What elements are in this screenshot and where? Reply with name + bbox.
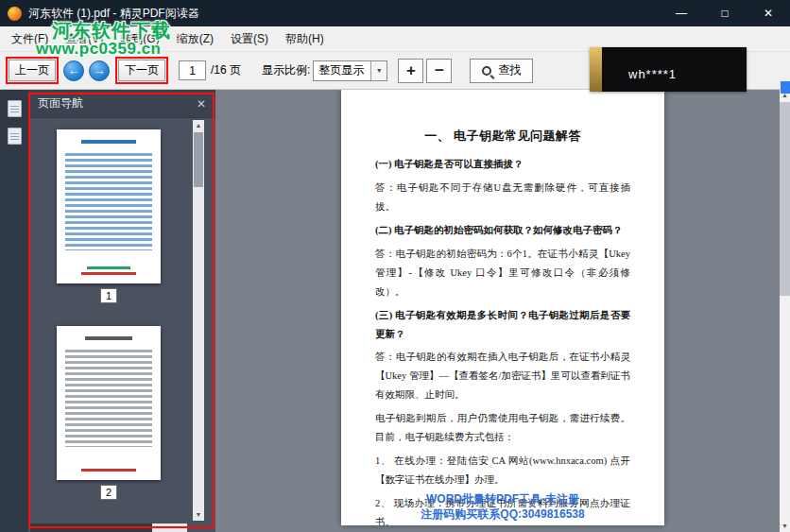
viewer-scroll-down-icon[interactable]: ▼: [780, 521, 790, 532]
scroll-down-icon[interactable]: ▼: [193, 509, 204, 521]
zoom-in-button[interactable]: +: [398, 59, 423, 83]
page-total-label: /16 页: [211, 62, 241, 78]
registration-watermark-line1: WORD批量转PDF工具-未注册: [341, 491, 664, 506]
prev-page-highlight-box: 上一页: [6, 57, 59, 84]
title-bar: 河东软件 (1).pdf - 精灵PDF阅读器 — □ ✕: [0, 0, 790, 26]
find-button-label: 查找: [498, 62, 521, 78]
panel-scrollbar-vertical[interactable]: ▲ ▼: [193, 120, 204, 521]
scroll-up-icon[interactable]: ▲: [193, 120, 204, 131]
thumb1-watermark: [57, 266, 161, 275]
window-controls: — □ ✕: [660, 0, 790, 26]
panel-scrollbar-horizontal[interactable]: [30, 523, 187, 532]
panel-close-icon[interactable]: ✕: [197, 97, 206, 111]
thumb1-title-line: [81, 140, 135, 144]
bookmarks-icon[interactable]: [8, 128, 22, 145]
ad-banner: wh****1: [590, 47, 747, 92]
next-page-button[interactable]: 下一页: [118, 60, 165, 81]
thumb2-text-lines: [65, 347, 152, 447]
app-logo-icon: [8, 7, 22, 21]
doc-heading: 一、 电子钥匙常见问题解答: [375, 128, 630, 145]
menu-zoom[interactable]: 缩放(Z): [168, 26, 222, 51]
page-thumbnails-icon[interactable]: [8, 100, 22, 117]
zoom-mode-select[interactable]: 整页显示 ▾: [313, 60, 387, 81]
doc-answer-1: 答：电子钥匙不同于存储U盘无需删除硬件，可直接插拔。: [375, 179, 630, 216]
zoom-out-button[interactable]: −: [426, 59, 452, 83]
viewer-scrollbar[interactable]: ▲ ▼: [780, 90, 790, 532]
doc-answer-3: 答：电子钥匙的有效期在插入电子钥匙后，在证书小精灵【Ukey 管理】—【查看签名…: [375, 348, 630, 404]
minimize-button[interactable]: —: [660, 0, 703, 26]
chevron-down-icon[interactable]: ▾: [370, 61, 386, 80]
maximize-button[interactable]: □: [703, 0, 747, 26]
viewer-scrollbar-thumb[interactable]: [780, 102, 790, 296]
panel-title: 页面导航: [38, 95, 83, 112]
panel-scrollbar-thumb[interactable]: [194, 132, 203, 187]
thumb1-text-lines: [65, 150, 152, 250]
panel-hscrollbar-thumb[interactable]: [30, 523, 152, 532]
sidebar-icon-strip: [0, 90, 28, 532]
page-navigation-panel: 页面导航 ✕ 1 2 ▲ ▼: [28, 90, 215, 532]
find-button[interactable]: 查找: [470, 59, 533, 83]
history-back-button[interactable]: ←: [63, 60, 84, 81]
doc-question-1: (一) 电子钥匙是否可以直接插拔？: [375, 155, 630, 174]
doc-answer-2: 答：电子钥匙的初始密码为：6个1。在证书小精灵【Ukey 管理】-【修改 Uke…: [375, 245, 630, 301]
menu-goto[interactable]: 转到(G): [112, 26, 167, 51]
search-icon: [482, 66, 491, 76]
page-number-label-2: 2: [100, 485, 117, 500]
page-number-input[interactable]: [179, 60, 206, 80]
menu-help[interactable]: 帮助(H): [277, 26, 333, 51]
doc-paragraph: 电子钥匙到期后，用户仍需使用电子钥匙，需进行续费。目前，电子钥匙续费方式包括：: [375, 409, 630, 447]
pdf-page: 一、 电子钥匙常见问题解答 (一) 电子钥匙是否可以直接插拔？ 答：电子钥匙不同…: [341, 90, 664, 525]
history-forward-button[interactable]: →: [89, 60, 110, 81]
menu-settings[interactable]: 设置(S): [222, 26, 277, 51]
document-viewer: 一、 电子钥匙常见问题解答 (一) 电子钥匙是否可以直接插拔？ 答：电子钥匙不同…: [215, 90, 790, 532]
page-thumbnail-2[interactable]: [57, 326, 161, 480]
thumb2-watermark: [57, 469, 161, 472]
doc-question-2: (二) 电子钥匙的初始密码如何获取？如何修改电子密码？: [375, 221, 630, 240]
registration-watermark-line2: 注册码购买联系QQ:3049816538: [341, 506, 664, 522]
thumb2-title-line: [85, 336, 133, 340]
doc-question-3: (三) 电子钥匙有效期是多长时间？电子钥匙过期后是否要更新？: [375, 306, 630, 344]
ad-gold-strip: [590, 47, 602, 92]
registration-watermark: WORD批量转PDF工具-未注册 注册码购买联系QQ:3049816538: [341, 491, 664, 522]
arrow-left-icon: ←: [68, 63, 80, 77]
app-window: 河东软件 (1).pdf - 精灵PDF阅读器 — □ ✕ 文件(F) 查看(V…: [0, 0, 790, 532]
menu-view[interactable]: 查看(V): [57, 26, 112, 51]
page-thumbnail-1[interactable]: [57, 129, 161, 283]
menu-file[interactable]: 文件(F): [3, 26, 57, 51]
thumbnail-list: 1 2: [28, 118, 215, 523]
arrow-right-icon: →: [94, 63, 106, 77]
doc-list-item-1: 1、 在线办理：登陆信安 CA 网站(www.hnxaca.com) 点开【数字…: [375, 452, 630, 489]
ad-username-text: wh****1: [628, 67, 677, 81]
zoom-mode-value: 整页显示: [314, 62, 370, 78]
ad-corner-accent: [781, 81, 790, 94]
next-page-highlight-box: 下一页: [115, 57, 168, 84]
page-number-label-1: 1: [100, 288, 117, 303]
prev-page-button[interactable]: 上一页: [9, 60, 56, 81]
close-button[interactable]: ✕: [747, 0, 790, 26]
window-title: 河东软件 (1).pdf - 精灵PDF阅读器: [28, 6, 199, 22]
main-area: 页面导航 ✕ 1 2 ▲ ▼: [0, 90, 790, 532]
zoom-ratio-label: 显示比例:: [262, 62, 310, 78]
panel-header: 页面导航 ✕: [28, 90, 215, 118]
